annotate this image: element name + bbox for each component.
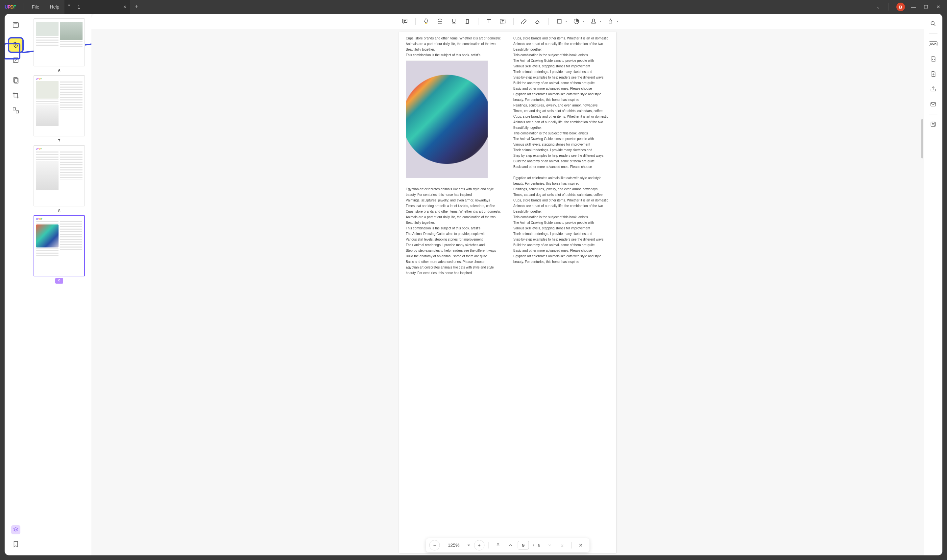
separator xyxy=(888,3,888,11)
menu-help[interactable]: Help xyxy=(45,4,65,9)
title-bar: UPDF File Help 1 × + ⌄ B — ❐ ✕ xyxy=(0,0,947,14)
maximize-button[interactable]: ❐ xyxy=(922,4,930,9)
close-icon[interactable]: × xyxy=(123,4,126,10)
tab-title: 1 xyxy=(78,4,80,9)
app-logo: UPDF xyxy=(0,4,20,9)
menu-file[interactable]: File xyxy=(27,4,45,9)
document-tab[interactable]: 1 × xyxy=(65,0,130,14)
tab-dropdown-icon[interactable] xyxy=(68,5,70,6)
user-avatar[interactable]: B xyxy=(896,3,905,11)
new-tab-button[interactable]: + xyxy=(130,4,143,11)
close-window-button[interactable]: ✕ xyxy=(935,4,942,9)
separator xyxy=(23,3,23,11)
chevron-down-icon[interactable]: ⌄ xyxy=(876,4,880,9)
minimize-button[interactable]: — xyxy=(910,4,918,9)
